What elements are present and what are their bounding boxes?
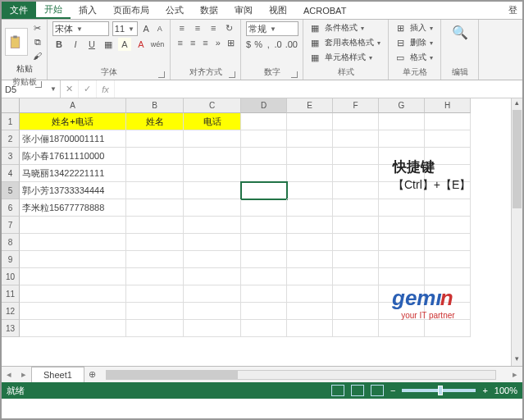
cell[interactable]	[425, 217, 471, 234]
cell[interactable]	[287, 165, 333, 182]
view-layout-icon[interactable]	[351, 385, 364, 396]
col-header-F[interactable]: F	[333, 98, 379, 113]
cell[interactable]	[20, 285, 126, 303]
tab-home[interactable]: 开始	[36, 2, 71, 19]
cell[interactable]	[126, 148, 184, 165]
row-header[interactable]: 11	[2, 285, 20, 303]
copy-icon[interactable]: ⧉	[31, 35, 44, 48]
dialog-launcher-icon[interactable]	[158, 71, 165, 78]
select-all-corner[interactable]	[2, 98, 20, 113]
paste-button[interactable]	[5, 28, 28, 56]
row-header[interactable]: 4	[2, 165, 20, 182]
zoom-in-icon[interactable]: +	[482, 386, 487, 395]
percent-icon[interactable]: %	[254, 38, 262, 51]
cell[interactable]	[126, 234, 184, 251]
cell[interactable]	[425, 303, 471, 320]
cell[interactable]	[425, 320, 471, 337]
cell[interactable]	[379, 130, 425, 148]
cell[interactable]	[241, 182, 287, 199]
row-header[interactable]: 7	[2, 217, 20, 234]
shrink-font-icon[interactable]: A	[154, 22, 165, 35]
cell[interactable]: 姓名+电话	[20, 113, 126, 130]
horizontal-scrollbar[interactable]	[106, 370, 496, 380]
grow-font-icon[interactable]: A	[141, 22, 152, 35]
border-button[interactable]: ▦	[102, 38, 115, 51]
tab-insert[interactable]: 插入	[71, 2, 105, 19]
format-painter-icon[interactable]: 🖌	[31, 49, 44, 62]
cell[interactable]	[287, 148, 333, 165]
cell[interactable]	[333, 130, 379, 148]
cut-icon[interactable]: ✂	[31, 21, 44, 34]
cell[interactable]	[241, 165, 287, 182]
cell[interactable]	[287, 320, 333, 337]
cell[interactable]	[333, 148, 379, 165]
cell[interactable]	[184, 165, 241, 182]
scroll-down-icon[interactable]: ▾	[512, 354, 522, 366]
align-mid-icon[interactable]: ≡	[191, 21, 203, 34]
login-link[interactable]: 登	[503, 2, 522, 19]
vertical-scrollbar[interactable]: ▴ ▾	[511, 98, 522, 366]
cell[interactable]	[126, 165, 184, 182]
cell[interactable]	[126, 303, 184, 320]
col-header-B[interactable]: B	[126, 98, 184, 113]
enter-formula-icon[interactable]: ✓	[79, 80, 97, 98]
cell[interactable]	[379, 234, 425, 251]
add-sheet-icon[interactable]: ⊕	[84, 369, 101, 380]
cell[interactable]	[287, 251, 333, 268]
dialog-launcher-icon[interactable]	[229, 71, 235, 78]
zoom-slider[interactable]	[402, 389, 476, 392]
cell[interactable]	[287, 217, 333, 234]
align-top-icon[interactable]: ≡	[175, 21, 188, 34]
col-header-H[interactable]: H	[425, 98, 471, 113]
cell[interactable]	[425, 251, 471, 268]
cell[interactable]	[184, 182, 241, 199]
font-name-combo[interactable]: 宋体▼	[52, 21, 109, 36]
align-left-icon[interactable]: ≡	[175, 36, 185, 49]
cell[interactable]	[287, 268, 333, 285]
cell[interactable]	[126, 285, 184, 303]
cell[interactable]	[126, 268, 184, 285]
cell[interactable]	[184, 320, 241, 337]
dec-decimal-icon[interactable]: .00	[285, 38, 298, 51]
cell[interactable]	[333, 199, 379, 217]
cell[interactable]	[241, 251, 287, 268]
cell[interactable]	[184, 199, 241, 217]
cell[interactable]	[333, 320, 379, 337]
sheet-nav-prev-icon[interactable]: ◂	[2, 369, 16, 380]
row-header[interactable]: 2	[2, 130, 20, 148]
zoom-out-icon[interactable]: −	[390, 386, 395, 395]
cell[interactable]	[184, 130, 241, 148]
cell[interactable]	[379, 303, 425, 320]
italic-button[interactable]: I	[69, 38, 82, 51]
cell[interactable]	[184, 285, 241, 303]
cell[interactable]	[20, 217, 126, 234]
cell[interactable]	[287, 303, 333, 320]
cell[interactable]	[287, 113, 333, 130]
cell[interactable]	[126, 199, 184, 217]
row-header[interactable]: 10	[2, 268, 20, 285]
cell[interactable]	[20, 320, 126, 337]
cell[interactable]	[379, 182, 425, 199]
cell[interactable]: 陈小春17611110000	[20, 148, 126, 165]
row-header[interactable]: 13	[2, 320, 20, 337]
row-header[interactable]: 5	[2, 182, 20, 199]
sheet-tab[interactable]: Sheet1	[31, 367, 84, 382]
cell[interactable]	[287, 130, 333, 148]
underline-button[interactable]: U	[85, 38, 98, 51]
cell[interactable]	[241, 320, 287, 337]
cell[interactable]	[333, 303, 379, 320]
cell[interactable]	[126, 182, 184, 199]
col-header-A[interactable]: A	[20, 98, 126, 113]
cell[interactable]	[241, 130, 287, 148]
cell[interactable]	[184, 148, 241, 165]
cell[interactable]	[333, 251, 379, 268]
find-icon[interactable]: 🔍	[449, 21, 471, 43]
cell[interactable]: 郭小芳13733334444	[20, 182, 126, 199]
view-break-icon[interactable]	[371, 385, 384, 396]
cell[interactable]	[241, 199, 287, 217]
orientation-icon[interactable]: ↻	[223, 21, 235, 34]
cell[interactable]	[241, 268, 287, 285]
cell[interactable]	[287, 285, 333, 303]
cell[interactable]	[126, 217, 184, 234]
col-header-D[interactable]: D	[241, 98, 287, 113]
